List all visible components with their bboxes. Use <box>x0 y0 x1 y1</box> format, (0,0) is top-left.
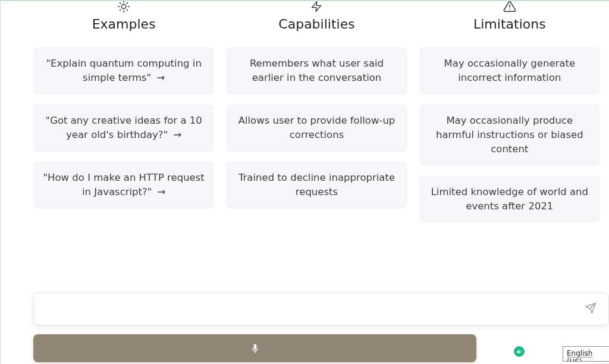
intro-panel: Examples "Explain quantum computing in s… <box>33 1 609 222</box>
capability-1: Remembers what user said earlier in the … <box>226 47 407 95</box>
examples-column: Examples "Explain quantum computing in s… <box>33 1 214 222</box>
arrow-icon: → <box>158 185 166 199</box>
voice-input-button[interactable] <box>33 334 476 362</box>
audio-toggle[interactable] <box>514 346 525 357</box>
svg-line-8 <box>127 2 127 3</box>
arrow-icon: → <box>156 71 165 85</box>
capability-2: Allows user to provide follow-up correct… <box>226 104 407 152</box>
svg-line-4 <box>127 10 127 10</box>
limitation-2: May occasionally produce harmful instruc… <box>419 104 600 166</box>
chat-input-container <box>33 293 609 325</box>
examples-title: Examples <box>92 17 156 32</box>
capability-3: Trained to decline inappropriate request… <box>226 161 407 209</box>
svg-point-0 <box>121 4 125 8</box>
sun-icon <box>117 1 131 12</box>
arrow-icon: → <box>173 128 181 142</box>
language-label: English (US) <box>567 349 592 362</box>
speaker-icon <box>516 349 523 355</box>
warning-icon <box>503 1 517 12</box>
send-button[interactable] <box>582 300 599 318</box>
svg-line-7 <box>120 10 121 10</box>
capabilities-title: Capabilities <box>278 17 354 32</box>
example-prompt-3-text: "How do I make an HTTP request in Javasc… <box>43 172 205 197</box>
svg-rect-14 <box>255 351 256 353</box>
limitations-cards: May occasionally generate incorrect info… <box>419 47 600 222</box>
chat-input[interactable] <box>43 304 582 315</box>
example-prompt-3[interactable]: "How do I make an HTTP request in Javasc… <box>33 161 214 209</box>
capabilities-header: Capabilities <box>278 1 354 32</box>
limitation-3: Limited knowledge of world and events af… <box>419 175 600 223</box>
microphone-icon <box>250 343 260 354</box>
examples-header: Examples <box>92 1 156 32</box>
example-prompt-1-text: "Explain quantum computing in simple ter… <box>46 58 201 83</box>
language-selector[interactable]: English (US) <box>563 346 609 362</box>
example-prompt-1[interactable]: "Explain quantum computing in simple ter… <box>33 47 214 95</box>
capabilities-cards: Remembers what user said earlier in the … <box>226 47 407 209</box>
examples-cards: "Explain quantum computing in simple ter… <box>33 47 214 209</box>
svg-line-3 <box>120 2 121 3</box>
send-icon <box>585 302 597 314</box>
lightning-icon <box>309 1 324 12</box>
limitations-header: Limitations <box>473 1 546 32</box>
svg-marker-9 <box>312 2 321 12</box>
example-prompt-2[interactable]: "Got any creative ideas for a 10 year ol… <box>33 104 214 152</box>
limitations-column: Limitations May occasionally generate in… <box>419 1 600 222</box>
limitations-title: Limitations <box>473 17 546 32</box>
limitation-1: May occasionally generate incorrect info… <box>419 47 600 95</box>
intro-columns: Examples "Explain quantum computing in s… <box>33 1 600 222</box>
capabilities-column: Capabilities Remembers what user said ea… <box>226 1 407 222</box>
